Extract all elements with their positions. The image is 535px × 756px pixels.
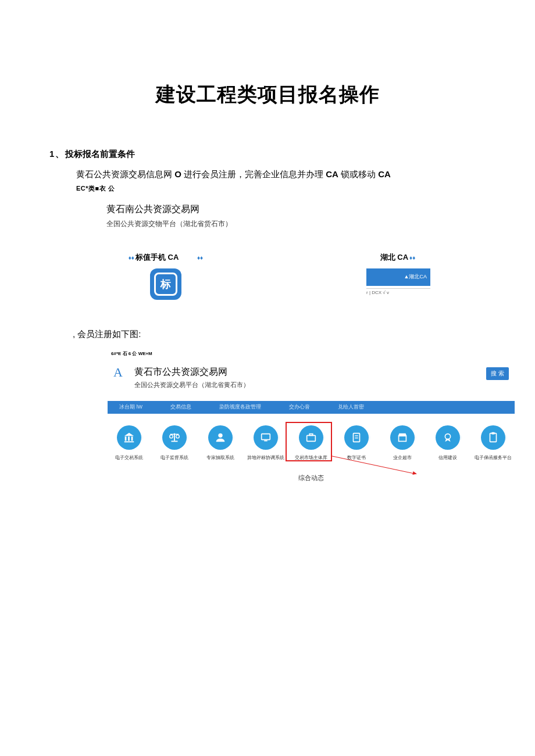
browser-bar-garble: 6#*E 石 6 公 WE»M <box>111 350 515 357</box>
svg-rect-13 <box>307 435 316 441</box>
icon-credit[interactable]: 信用建设 <box>427 425 468 461</box>
site-header: A 黄石市公共资源交易网 全国公共资源交易平台（湖北省黄石市） 搜 索 <box>108 366 515 389</box>
instruction-text: , 会员注册如下图: <box>73 329 486 340</box>
icon-label: 数字证书 <box>336 454 377 461</box>
ca-options-row: ♦♦标值手机 CA ♦♦ 标 湖北 CA♦♦ ▲湖北CA r | DCX √ v <box>49 252 486 300</box>
svg-rect-9 <box>170 433 179 434</box>
nav-item[interactable]: 染防视度各政管理 <box>219 403 261 411</box>
icon-label: 电子保函服务平台 <box>473 454 513 461</box>
text-bold: O <box>174 169 181 179</box>
monitor-icon <box>259 431 272 444</box>
shop-icon <box>396 431 409 444</box>
clipboard-icon <box>487 431 500 444</box>
text: 锁或移动 <box>338 169 378 179</box>
text: 标值手机 <box>135 253 168 261</box>
circle-icon <box>117 425 141 450</box>
section-number: 1 <box>49 149 54 159</box>
circle-icon <box>208 425 233 450</box>
circle-icon <box>162 425 187 450</box>
icon-etrade[interactable]: 电子交易系统 <box>109 425 149 461</box>
nav-item[interactable]: 兑给人首密 <box>338 403 364 411</box>
icon-label: 专家抽取系统 <box>200 454 241 461</box>
ca-mobile-label: ♦♦标值手机 CA ♦♦ <box>113 252 218 263</box>
text-bold: CA <box>168 253 179 261</box>
scale-icon <box>168 431 181 444</box>
svg-rect-4 <box>124 441 134 442</box>
icon-grid: 电子交易系统 电子监督系统 专家抽取系统 异地评标协调系统 交易市场主体库 数字… <box>108 425 515 461</box>
briefcase-icon <box>305 431 318 444</box>
svg-rect-0 <box>125 436 127 440</box>
svg-rect-16 <box>355 435 359 436</box>
document-icon <box>350 431 363 444</box>
svg-rect-14 <box>309 433 313 435</box>
mobile-ca-app-icon: 标 <box>150 268 181 300</box>
nav-item[interactable]: 交办心音 <box>289 403 310 411</box>
badge-text: ▲湖北CA <box>404 273 427 281</box>
ca-mobile-column: ♦♦标值手机 CA ♦♦ 标 <box>113 252 218 300</box>
icon-remote[interactable]: 异地评标协调系统 <box>245 425 286 461</box>
icon-guarantee[interactable]: 电子保函服务平台 <box>473 425 513 461</box>
icon-enterprise[interactable]: 业企超市 <box>382 425 423 461</box>
text-bold: CA <box>378 169 391 179</box>
diamond-icon: ♦♦ <box>409 255 415 261</box>
circle-icon <box>390 425 415 450</box>
garbled-text: EC*类■衣 公 <box>76 184 486 193</box>
hubei-ca-badge: ▲湖北CA <box>366 268 430 286</box>
icon-label: 电子交易系统 <box>109 454 149 461</box>
section-sep: 、 <box>55 149 64 159</box>
svg-marker-3 <box>124 432 134 436</box>
svg-rect-11 <box>261 433 270 439</box>
icon-cert[interactable]: 数字证书 <box>336 425 377 461</box>
svg-point-7 <box>170 435 173 438</box>
hubei-ca-subbar: r | DCX √ v <box>366 288 430 295</box>
section-heading: 1、投标报名前置条件 <box>49 149 486 160</box>
svg-point-8 <box>176 435 180 438</box>
svg-rect-17 <box>355 438 359 438</box>
person-icon <box>214 431 227 444</box>
nav-bar: 冰台期 lW 交易信息 染防视度各政管理 交办心音 兑给人首密 <box>108 401 515 414</box>
registration-screenshot: 6#*E 石 6 公 WE»M A 黄石市公共资源交易网 全国公共资源交易平台（… <box>108 350 515 482</box>
text-bold: CA <box>326 169 338 179</box>
icon-label: 电子监督系统 <box>154 454 195 461</box>
site-header-block: 黄石南公共资源交易网 全国公共资源交物平台（湖北省货石市） <box>106 203 486 229</box>
ca-hubei-label: 湖北 CA♦♦ <box>346 252 451 263</box>
text: 黄石公共资源交易信息网 <box>76 169 174 179</box>
svg-rect-6 <box>172 440 178 442</box>
svg-rect-1 <box>128 436 130 440</box>
icon-label: 交易市场主体库 <box>291 454 331 461</box>
icon-market-subject[interactable]: 交易市场主体库 <box>291 425 331 461</box>
icon-glyph: 标 <box>160 277 171 291</box>
search-button[interactable]: 搜 索 <box>486 367 509 380</box>
ca-hubei-column: 湖北 CA♦♦ ▲湖北CA r | DCX √ v <box>346 252 451 300</box>
diamond-icon: ♦♦ <box>129 255 134 261</box>
site-logo: A <box>113 366 123 379</box>
icon-label: 异地评标协调系统 <box>245 454 286 461</box>
text-bold: CA <box>397 253 408 261</box>
section-label: 综合动态 <box>108 474 515 482</box>
circle-icon <box>436 425 460 450</box>
site-header-left: A 黄石市公共资源交易网 全国公共资源交易平台（湖北省黄石市） <box>113 366 249 389</box>
icon-supervise[interactable]: 电子监督系统 <box>154 425 195 461</box>
paragraph-intro: 黄石公共资源交易信息网 O 进行会员注册，完善企业信息并办理 CA 锁或移动 C… <box>76 167 486 182</box>
svg-rect-18 <box>398 436 406 441</box>
nav-item[interactable]: 冰台期 lW <box>119 403 142 411</box>
svg-point-10 <box>218 433 222 437</box>
circle-icon <box>481 425 505 450</box>
circle-icon <box>344 425 369 450</box>
site-title: 黄石南公共资源交易网 <box>106 203 486 216</box>
site-subtitle: 全国公共资源交易平台（湖北省黄石市） <box>134 381 249 389</box>
site-titles: 黄石市公共资源交易网 全国公共资源交易平台（湖北省黄石市） <box>134 366 249 389</box>
icon-label: 业企超市 <box>382 454 423 461</box>
svg-rect-20 <box>490 433 497 442</box>
site-subtitle: 全国公共资源交物平台（湖北省货石市） <box>106 219 486 229</box>
text: 湖北 <box>380 253 398 261</box>
section-heading-text: 投标报名前置条件 <box>65 149 135 159</box>
site-title: 黄石市公共资源交易网 <box>134 366 249 378</box>
badge-icon <box>441 431 454 444</box>
circle-icon <box>254 425 278 450</box>
nav-item[interactable]: 交易信息 <box>170 403 191 411</box>
icon-expert[interactable]: 专家抽取系统 <box>200 425 241 461</box>
icon-label: 信用建设 <box>427 454 468 461</box>
text: 进行会员注册，完善企业信息并办理 <box>181 169 326 179</box>
svg-rect-2 <box>131 436 133 440</box>
